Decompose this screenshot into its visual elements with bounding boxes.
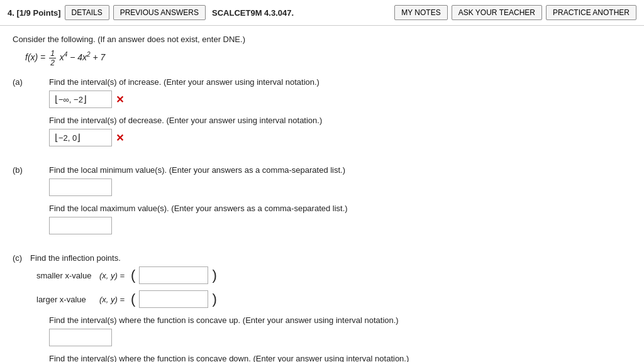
decrease-value: ⌊−2, 0⌋ bbox=[55, 132, 80, 143]
part-a-letter: (a) bbox=[13, 77, 25, 87]
part-b: (b) Find the local minimum value(s). (En… bbox=[13, 165, 631, 242]
part-b-letter: (b) bbox=[13, 165, 25, 175]
smaller-close-paren: ) bbox=[212, 268, 216, 282]
larger-close-paren: ) bbox=[212, 292, 216, 306]
decrease-answer-box: ⌊−2, 0⌋ bbox=[49, 129, 112, 146]
increase-clear-button[interactable]: ✕ bbox=[116, 94, 124, 106]
part-c-header: (c) Find the inflection points. smaller … bbox=[13, 253, 631, 362]
main-content: Consider the following. (If an answer do… bbox=[0, 26, 644, 362]
local-min-label: Find the local minimum value(s). (Enter … bbox=[49, 165, 631, 175]
concave-up-label: Find the interval(s) where the function … bbox=[49, 315, 631, 325]
part-c: (c) Find the inflection points. smaller … bbox=[13, 253, 631, 362]
part-b-content: Find the local minimum value(s). (Enter … bbox=[30, 165, 631, 242]
function-rest: x4 − 4x2 + 7 bbox=[60, 52, 106, 62]
increase-value: ⌊−∞, −2⌋ bbox=[55, 94, 87, 105]
larger-x-input[interactable] bbox=[139, 290, 208, 308]
part-a: (a) Find the interval(s) of increase. (E… bbox=[13, 77, 631, 154]
scalcet-label: SCALCET9M 4.3.047. bbox=[212, 8, 294, 18]
local-min-input[interactable] bbox=[49, 178, 112, 196]
inflection-label: Find the inflection points. bbox=[30, 253, 631, 263]
increase-answer-box: ⌊−∞, −2⌋ bbox=[49, 90, 112, 108]
local-max-subpart: Find the local maximum value(s). (Enter … bbox=[49, 204, 631, 234]
part-a-header: (a) Find the interval(s) of increase. (E… bbox=[13, 77, 631, 154]
part-a-content: Find the interval(s) of increase. (Enter… bbox=[30, 77, 631, 154]
smaller-x-label: smaller x-value bbox=[36, 271, 93, 280]
increase-subpart: Find the interval(s) of increase. (Enter… bbox=[49, 77, 631, 108]
page-header: 4. [1/9 Points] DETAILS PREVIOUS ANSWERS… bbox=[0, 0, 644, 26]
decrease-subpart: Find the interval(s) of decrease. (Enter… bbox=[49, 116, 631, 146]
larger-x-label: larger x-value bbox=[36, 295, 93, 304]
consider-text: Consider the following. (If an answer do… bbox=[13, 35, 631, 44]
concave-up-subpart: Find the interval(s) where the function … bbox=[49, 315, 631, 346]
decrease-clear-button[interactable]: ✕ bbox=[116, 132, 124, 144]
larger-x-row: larger x-value (x, y) = ( ) bbox=[36, 290, 631, 308]
concave-down-subpart: Find the interval(s) where the function … bbox=[49, 354, 631, 362]
my-notes-button[interactable]: MY NOTES bbox=[394, 5, 447, 20]
local-max-input[interactable] bbox=[49, 217, 112, 234]
decrease-label: Find the interval(s) of decrease. (Enter… bbox=[49, 116, 631, 125]
smaller-x-input[interactable] bbox=[139, 266, 208, 284]
concave-up-input[interactable] bbox=[49, 329, 112, 346]
smaller-x-row: smaller x-value (x, y) = ( ) bbox=[36, 266, 631, 284]
increase-label: Find the interval(s) of increase. (Enter… bbox=[49, 77, 631, 87]
fraction-half: 1 2 bbox=[49, 49, 56, 67]
part-c-content: Find the inflection points. smaller x-va… bbox=[30, 253, 631, 362]
local-max-answer-row bbox=[49, 217, 631, 234]
larger-open-paren: ( bbox=[131, 292, 135, 306]
practice-another-button[interactable]: PRACTICE ANOTHER bbox=[546, 5, 636, 20]
increase-answer-row: ⌊−∞, −2⌋ ✕ bbox=[49, 90, 631, 108]
decrease-answer-row: ⌊−2, 0⌋ ✕ bbox=[49, 129, 631, 146]
smaller-open-paren: ( bbox=[131, 268, 135, 282]
previous-answers-button[interactable]: PREVIOUS ANSWERS bbox=[113, 5, 206, 20]
smaller-xy-label: (x, y) = bbox=[99, 271, 125, 280]
function-paren: (x) bbox=[28, 52, 38, 62]
larger-xy-label: (x, y) = bbox=[99, 295, 125, 304]
function-display: f(x) = 1 2 x4 − 4x2 + 7 bbox=[25, 49, 631, 67]
local-min-subpart: Find the local minimum value(s). (Enter … bbox=[49, 165, 631, 196]
concave-up-answer-row bbox=[49, 329, 631, 346]
part-c-letter: (c) bbox=[13, 253, 25, 263]
question-label: 4. [1/9 Points] bbox=[8, 8, 61, 18]
part-b-header: (b) Find the local minimum value(s). (En… bbox=[13, 165, 631, 242]
local-max-label: Find the local maximum value(s). (Enter … bbox=[49, 204, 631, 213]
ask-teacher-button[interactable]: ASK YOUR TEACHER bbox=[452, 5, 542, 20]
header-right: MY NOTES ASK YOUR TEACHER PRACTICE ANOTH… bbox=[394, 5, 636, 20]
local-min-answer-row bbox=[49, 178, 631, 196]
concave-down-label: Find the interval(s) where the function … bbox=[49, 354, 631, 362]
header-left: 4. [1/9 Points] DETAILS PREVIOUS ANSWERS… bbox=[8, 5, 389, 20]
details-button[interactable]: DETAILS bbox=[65, 5, 109, 20]
